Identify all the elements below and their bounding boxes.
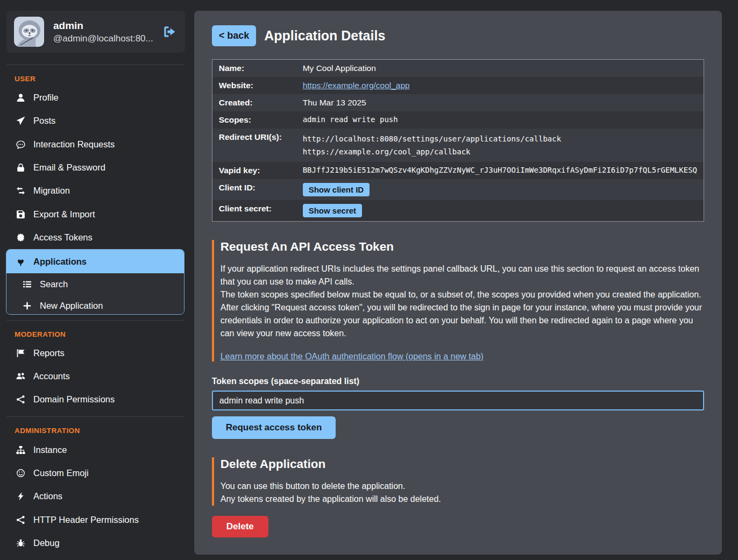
floppy-icon bbox=[16, 210, 25, 219]
sidebar-item-http-header-permissions[interactable]: HTTP Header Permissions bbox=[0, 508, 190, 531]
divider bbox=[6, 320, 184, 321]
sidebar-item-label: Interaction Requests bbox=[33, 139, 115, 150]
delete-info-line: Any tokens created by the application wi… bbox=[221, 493, 704, 506]
row-label: Scopes: bbox=[212, 111, 296, 129]
sidebar-item-label: New Application bbox=[40, 301, 103, 311]
users-icon bbox=[16, 372, 25, 381]
applications-group: Applications Search New Application bbox=[6, 249, 184, 314]
exchange-icon bbox=[16, 186, 25, 195]
sidebar-item-label: Accounts bbox=[33, 371, 70, 381]
avatar bbox=[14, 17, 44, 47]
sidebar-item-reports[interactable]: Reports bbox=[0, 342, 190, 365]
sidebar-item-profile[interactable]: Profile bbox=[0, 86, 190, 109]
row-label: Redirect URI(s): bbox=[212, 129, 296, 162]
application-details-table: Name: My Cool Application Website: https… bbox=[212, 59, 704, 222]
user-handle: @admin@localhost:80... bbox=[53, 33, 153, 44]
sidebar-item-search[interactable]: Search bbox=[6, 273, 184, 295]
redirect-uris-value: http://localhost:8080/settings/user/appl… bbox=[296, 129, 704, 162]
show-client-id-button[interactable]: Show client ID bbox=[303, 183, 370, 196]
sidebar-item-label: Actions bbox=[33, 491, 62, 501]
row-label: Vapid key: bbox=[212, 162, 296, 179]
table-row: Website: https://example.org/cool_app bbox=[212, 77, 704, 94]
sidebar-item-new-application[interactable]: New Application bbox=[6, 295, 184, 314]
website-link[interactable]: https://example.org/cool_app bbox=[303, 81, 410, 90]
sidebar-item-instance[interactable]: Instance bbox=[0, 438, 190, 461]
list-icon bbox=[23, 280, 32, 289]
request-token-title: Request An API Access Token bbox=[221, 240, 704, 254]
token-scopes-label: Token scopes (space-separated list) bbox=[212, 377, 704, 386]
sidebar-item-accounts[interactable]: Accounts bbox=[0, 365, 190, 388]
smile-icon bbox=[16, 469, 25, 478]
sidebar-item-applications[interactable]: Applications bbox=[6, 250, 184, 273]
oauth-docs-link[interactable]: Learn more about the OAuth authenticatio… bbox=[221, 352, 484, 361]
sidebar-item-posts[interactable]: Posts bbox=[0, 109, 190, 132]
table-row: Redirect URI(s): http://localhost:8080/s… bbox=[212, 129, 704, 162]
sidebar-item-interaction-requests[interactable]: Interaction Requests bbox=[0, 133, 190, 156]
paper-plane-icon bbox=[16, 116, 25, 125]
divider bbox=[6, 416, 184, 417]
table-row: Client secret: Show secret bbox=[212, 200, 704, 222]
delete-button[interactable]: Delete bbox=[212, 516, 268, 537]
table-row: Client ID: Show client ID bbox=[212, 179, 704, 200]
request-token-section: Request An API Access Token If your appl… bbox=[212, 240, 704, 361]
request-access-token-button[interactable]: Request access token bbox=[212, 416, 336, 439]
back-button[interactable]: < back bbox=[212, 25, 257, 46]
sidebar-item-export-import[interactable]: Export & Import bbox=[0, 203, 190, 226]
token-scopes-input[interactable] bbox=[212, 391, 704, 410]
sidebar-item-label: Instance bbox=[33, 445, 67, 455]
sidebar-item-label: Debug bbox=[33, 538, 60, 548]
delete-application-section: Delete Application You can use this butt… bbox=[212, 457, 704, 506]
lock-icon bbox=[16, 163, 25, 172]
comment-icon bbox=[16, 140, 25, 149]
sidebar-item-label: Domain Permissions bbox=[33, 394, 115, 405]
section-label-administration: ADMINISTRATION bbox=[0, 422, 190, 438]
redirect-uri-line: https://example.org/cool_app/callback bbox=[303, 145, 697, 158]
divider bbox=[6, 65, 184, 65]
sidebar-item-label: Export & Import bbox=[33, 209, 95, 219]
vapid-key-value: BBJffJ219b5iE512m7wQSzv4KgKDhgZZVzNyWC_r… bbox=[296, 162, 704, 179]
table-row: Created: Thu Mar 13 2025 bbox=[212, 94, 704, 111]
show-secret-button[interactable]: Show secret bbox=[303, 204, 362, 217]
table-row: Scopes: admin read write push bbox=[212, 111, 704, 129]
row-label: Client secret: bbox=[212, 200, 296, 222]
request-token-paragraph: If your application redirect URIs includ… bbox=[221, 263, 704, 288]
delete-application-title: Delete Application bbox=[221, 457, 704, 471]
user-card: admin @admin@localhost:80... bbox=[6, 11, 185, 53]
row-label: Website: bbox=[212, 77, 296, 94]
certificate-icon bbox=[16, 233, 25, 242]
applications-submenu: Search New Application bbox=[6, 273, 184, 314]
request-token-paragraph: The token scopes specified below must be… bbox=[221, 288, 704, 301]
table-row: Name: My Cool Application bbox=[212, 60, 704, 77]
sidebar-item-label: Reports bbox=[33, 348, 65, 358]
bug-icon bbox=[16, 538, 25, 548]
user-name: admin bbox=[53, 20, 153, 32]
application-details-panel: < back Application Details Name: My Cool… bbox=[194, 11, 722, 555]
logout-icon[interactable] bbox=[162, 25, 176, 39]
sidebar-item-actions[interactable]: Actions bbox=[0, 485, 190, 508]
app-name-value: My Cool Application bbox=[296, 60, 704, 77]
created-value: Thu Mar 13 2025 bbox=[296, 94, 704, 111]
sidebar-item-domain-permissions[interactable]: Domain Permissions bbox=[0, 388, 190, 411]
sidebar-item-label: Posts bbox=[33, 116, 55, 126]
sidebar-item-migration[interactable]: Migration bbox=[0, 179, 190, 202]
main-area: < back Application Details Name: My Cool… bbox=[190, 0, 738, 560]
user-icon bbox=[16, 93, 25, 102]
topbar: < back Application Details bbox=[212, 25, 704, 46]
plus-icon bbox=[23, 301, 32, 310]
sitemap-icon bbox=[16, 445, 25, 455]
sidebar-item-access-tokens[interactable]: Access Tokens bbox=[0, 226, 190, 249]
page-title: Application Details bbox=[264, 28, 385, 44]
plug-icon bbox=[16, 257, 25, 266]
redirect-uri-line: http://localhost:8080/settings/user/appl… bbox=[303, 132, 697, 145]
sidebar-item-email-password[interactable]: Email & Password bbox=[0, 156, 190, 179]
sidebar-item-custom-emoji[interactable]: Custom Emoji bbox=[0, 462, 190, 485]
sidebar-item-label: Email & Password bbox=[33, 162, 105, 173]
share-nodes-icon bbox=[16, 515, 25, 524]
sidebar-item-label: Applications bbox=[33, 257, 87, 267]
row-label: Name: bbox=[212, 60, 296, 77]
delete-info-line: You can use this button to delete the ap… bbox=[221, 480, 704, 493]
sidebar-item-debug[interactable]: Debug bbox=[0, 531, 190, 555]
sidebar-item-label: Migration bbox=[33, 186, 70, 196]
table-row: Vapid key: BBJffJ219b5iE512m7wQSzv4KgKDh… bbox=[212, 162, 704, 179]
section-label-user: USER bbox=[0, 70, 190, 86]
